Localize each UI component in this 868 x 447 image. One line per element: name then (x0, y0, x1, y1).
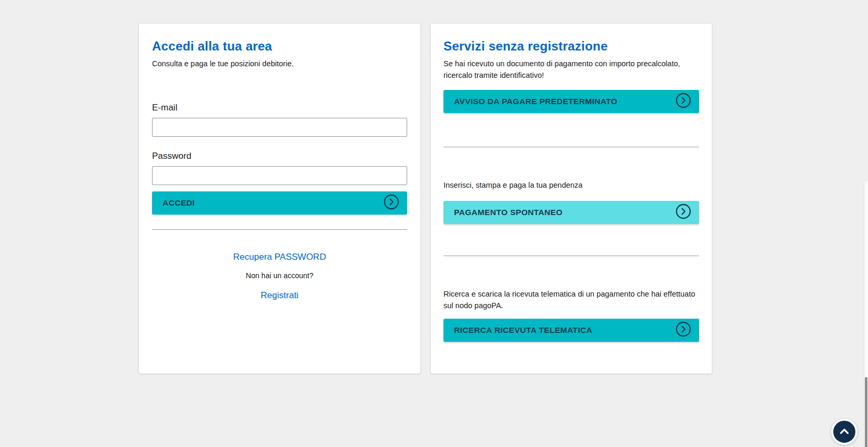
ricerca-ricevuta-label: RICERCA RICEVUTA TELEMATICA (454, 326, 592, 335)
email-field[interactable] (152, 118, 407, 137)
login-card-subtitle: Consulta e paga le tue posizioni debitor… (152, 58, 407, 69)
chevron-up-icon (837, 425, 851, 439)
chevron-right-circle-icon (383, 194, 399, 212)
register-link[interactable]: Registrati (261, 290, 299, 301)
services-divider-1 (443, 147, 699, 147)
avviso-predeterminato-button[interactable]: AVVISO DA PAGARE PREDETERMINATO (443, 90, 699, 113)
login-button-label: ACCEDI (163, 198, 195, 208)
services-card-title: Servizi senza registrazione (443, 38, 699, 54)
service-description-1: Se hai ricevuto un documento di pagament… (443, 58, 691, 81)
email-label: E-mail (152, 102, 407, 113)
chevron-right-circle-icon (675, 93, 691, 110)
services-card: Servizi senza registrazione Se hai ricev… (430, 23, 712, 374)
chevron-right-circle-icon (675, 321, 691, 339)
chevron-right-circle-icon (675, 204, 691, 221)
services-divider-2 (443, 256, 699, 256)
service-description-3: Ricerca e scarica la ricevuta telematica… (443, 288, 696, 311)
login-card: Accedi alla tua area Consulta e paga le … (138, 23, 421, 374)
pagamento-spontaneo-label: PAGAMENTO SPONTANEO (454, 208, 562, 217)
no-account-text: Non hai un account? (152, 271, 407, 280)
login-card-title: Accedi alla tua area (152, 38, 407, 54)
password-label: Password (152, 150, 407, 161)
avviso-predeterminato-label: AVVISO DA PAGARE PREDETERMINATO (454, 97, 618, 106)
scroll-to-top-button[interactable] (831, 419, 857, 445)
scrollbar-track[interactable] (864, 181, 868, 447)
password-field[interactable] (152, 166, 407, 185)
pagamento-spontaneo-button[interactable]: PAGAMENTO SPONTANEO (443, 201, 699, 224)
login-button[interactable]: ACCEDI (152, 191, 407, 215)
service-description-2: Inserisci, stampa e paga la tua pendenza (443, 179, 699, 191)
scrollbar-thumb[interactable] (865, 377, 867, 447)
ricerca-ricevuta-button[interactable]: RICERCA RICEVUTA TELEMATICA (443, 319, 699, 342)
recover-password-link[interactable]: Recupera PASSWORD (233, 252, 326, 262)
